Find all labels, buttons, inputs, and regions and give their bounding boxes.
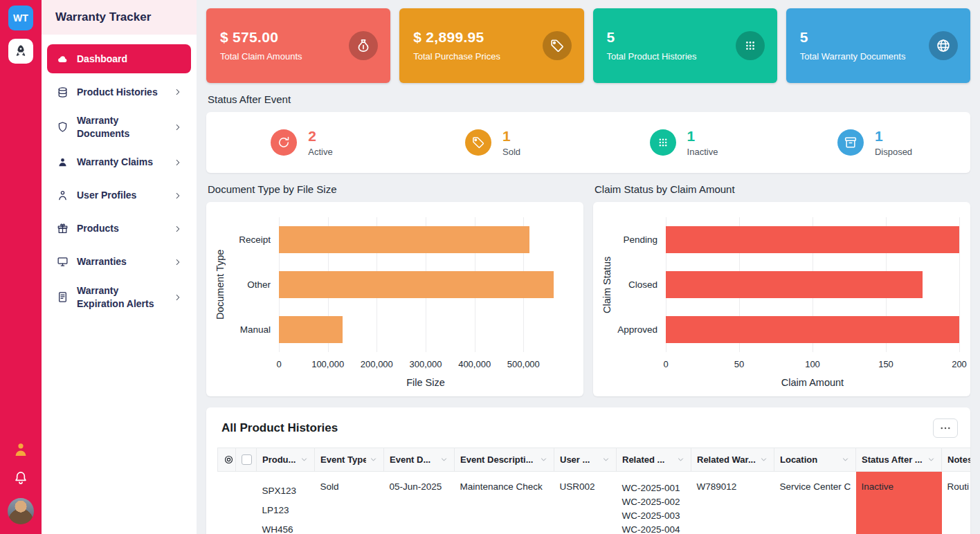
stat-label: Total Product Histories [607,50,697,63]
globe-icon [929,31,958,60]
sidebar-item-product-histories[interactable]: Product Histories [47,77,191,107]
x-tick-label: 150 [878,359,893,369]
bell-icon [13,470,28,486]
stat-label: Total Purchase Prices [413,50,500,63]
status-item-disposed: 1 Disposed [779,128,970,157]
chevron-down-icon[interactable] [439,455,448,464]
x-tick-label: 200,000 [361,359,393,369]
cell-notes: Routi [942,472,971,534]
chevron-down-icon[interactable] [539,455,548,464]
table-row[interactable]: SPX123 LP123 WH456 Sold 05-Jun-2025 Main… [218,472,971,534]
user-avatar[interactable] [8,498,34,524]
stat-value: 5 [607,29,697,46]
app-launcher-button[interactable] [8,39,33,64]
cell-user: USR002 [554,472,617,534]
chevron-down-icon[interactable] [676,455,685,464]
stat-cards-row: $ 575.00 Total Claim Amounts $ 2,899.95 … [206,8,970,83]
chevron-right-icon [173,191,183,201]
chevron-down-icon[interactable] [841,455,850,464]
category-label: Manual [240,324,271,335]
cloud-icon [57,53,69,65]
column-header-notes[interactable]: Notes... [942,448,971,472]
sidebar-item-label: User Profiles [77,189,136,202]
column-header-event-description[interactable]: Event Descripti... [455,448,554,472]
column-visibility-header[interactable] [218,448,236,472]
chevron-down-icon[interactable] [927,455,936,464]
category-label: Closed [628,279,657,290]
column-header-related[interactable]: Related ... [617,448,691,472]
user-bust-icon [57,156,69,168]
stat-card-total-claim-amounts: $ 575.00 Total Claim Amounts [206,8,390,83]
select-all-checkbox[interactable] [242,454,252,465]
bar-row: Pending [666,217,959,262]
stack-icon [57,86,69,98]
cell-event-description: Maintenance Check [455,472,554,534]
x-tick-label: 400,000 [458,359,491,369]
table-title: All Product Histories [221,421,338,435]
sidebar-item-user-profiles[interactable]: User Profiles [47,181,191,210]
x-axis-label: File Size [279,377,572,388]
chevron-down-icon[interactable] [300,455,309,464]
sidebar-item-warranty-documents[interactable]: Warranty Documents [47,111,191,144]
category-label: Pending [623,234,657,245]
column-header-status-after[interactable]: Status After ... [856,448,942,472]
sidebar-menu: Dashboard Product Histories Warranty Doc… [42,35,197,324]
row-select-cell [236,472,257,534]
stat-card-total-product-histories: 5 Total Product Histories [593,8,777,83]
x-tick-label: 0 [663,359,668,369]
column-header-user[interactable]: User ... [554,448,617,472]
select-all-header[interactable] [236,448,257,472]
app-logo-badge: WT [8,6,33,30]
ellipsis-icon [939,422,952,434]
account-person-button[interactable] [12,441,29,458]
charts-row: Document Type by File Size Document Type… [206,173,970,396]
column-header-event-date[interactable]: Event D... [384,448,455,472]
chart-claim-status-by-claim-amount: Claim Status by Claim Amount Claim Statu… [593,173,970,396]
chevron-right-icon [173,224,183,234]
app-title: Warranty Tracker [42,0,197,35]
status-after-event-card: 2 Active 1 Sold [206,112,970,173]
bar [666,226,959,253]
column-header-product[interactable]: Produ... [257,448,315,472]
sidebar-item-dashboard[interactable]: Dashboard [47,44,191,73]
status-item-inactive: 1 Inactive [588,128,779,157]
column-header-event-type[interactable]: Event Type [315,448,384,472]
product-histories-table: Produ... Event Type Event D... Event Des… [217,448,970,534]
sidebar-item-label: Product Histories [77,86,158,99]
dots-globe-icon [736,31,765,60]
sidebar-item-warranty-claims[interactable]: Warranty Claims [47,148,191,177]
x-tick-label: 300,000 [410,359,442,369]
status-count: 1 [875,128,912,145]
sidebar-item-products[interactable]: Products [47,214,191,243]
sidebar-item-warranties[interactable]: Warranties [47,248,191,277]
tag-icon [465,129,491,156]
chevron-right-icon [173,122,183,132]
status-label: Sold [502,147,520,157]
chart-title: Claim Status by Claim Amount [595,183,969,195]
status-count: 1 [502,128,520,145]
sidebar-item-warranty-expiration-alerts[interactable]: Warranty Expiration Alerts [47,281,191,314]
chevron-down-icon[interactable] [601,455,610,464]
column-header-related-warranty[interactable]: Related War... [691,448,774,472]
chevron-right-icon [173,87,183,97]
cell-related: WC-2025-001 WC-2025-002 WC-2025-003 WC-2… [617,472,691,534]
stat-value: $ 2,899.95 [413,29,500,46]
main-content: $ 575.00 Total Claim Amounts $ 2,899.95 … [197,0,980,534]
column-header-location[interactable]: Location [774,448,856,472]
stat-value: $ 575.00 [220,29,302,46]
cell-product: SPX123 LP123 WH456 [257,472,315,534]
row-icon-cell [218,472,236,534]
tag-icon [543,31,572,60]
grid-line [959,217,960,352]
monitor-icon [57,256,69,268]
cell-event-type: Sold [315,472,384,534]
chevron-down-icon[interactable] [759,455,768,464]
rocket-icon [13,44,28,59]
chevron-down-icon[interactable] [369,455,378,464]
status-count: 1 [687,128,718,145]
x-tick-label: 0 [276,359,281,369]
table-options-button[interactable] [933,418,958,438]
notifications-button[interactable] [13,470,28,486]
invoice-icon [57,291,69,303]
cell-location: Service Center C [774,472,856,534]
